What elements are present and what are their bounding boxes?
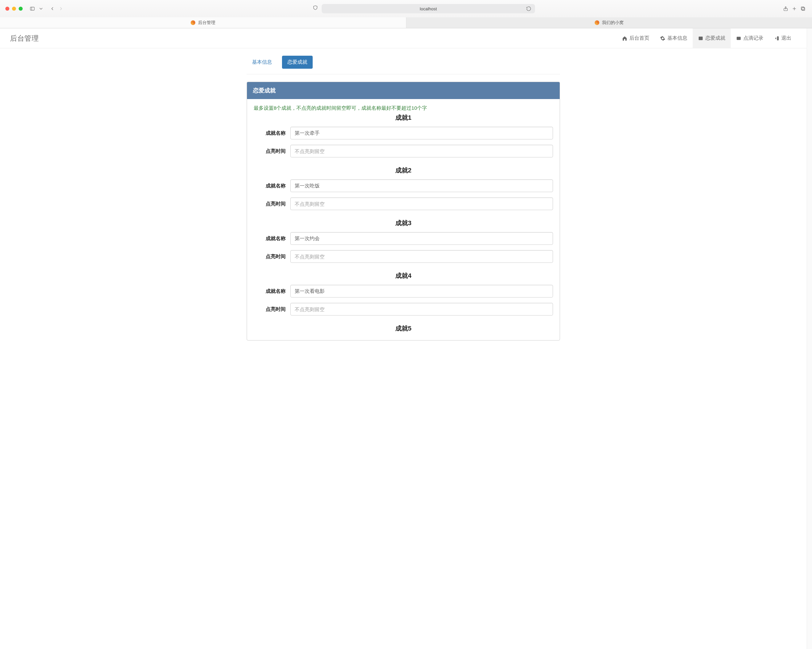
nav-label: 点滴记录 <box>743 35 763 41</box>
label-name: 成就名称 <box>254 236 290 242</box>
scrollbar[interactable] <box>807 28 812 649</box>
subtab-bar: 基本信息 恋爱成就 <box>247 56 560 74</box>
input-achievement-name[interactable] <box>290 232 553 245</box>
nav-links: 后台首页 基本信息 恋爱成就 点滴记录 退出 <box>617 28 797 48</box>
address-text: localhost <box>420 6 437 11</box>
subtab-label: 基本信息 <box>252 59 272 65</box>
favicon-icon <box>595 20 599 25</box>
label-name: 成就名称 <box>254 130 290 136</box>
tab-overview-icon[interactable] <box>799 5 807 12</box>
label-time: 点亮时间 <box>254 148 290 155</box>
window-controls <box>5 7 23 11</box>
window-maximize-button[interactable] <box>19 7 23 11</box>
svg-rect-0 <box>31 7 34 10</box>
gear-icon <box>660 36 665 41</box>
nav-love-achievements[interactable]: 恋爱成就 <box>693 28 731 48</box>
home-icon <box>622 36 627 41</box>
achievement-title: 成就4 <box>254 271 553 280</box>
panel-heading: 恋爱成就 <box>247 82 560 99</box>
browser-tab-ourhome[interactable]: 我们的小窝 <box>406 17 812 28</box>
input-achievement-name[interactable] <box>290 179 553 192</box>
browser-tab-label: 后台管理 <box>198 20 215 26</box>
new-tab-icon[interactable] <box>791 5 798 12</box>
app-navbar: 后台管理 后台首页 基本信息 恋爱成就 点滴记录 退出 <box>0 28 807 48</box>
achievement-title: 成就1 <box>254 113 553 122</box>
privacy-shield-icon[interactable] <box>312 4 319 11</box>
subtab-love-achievements[interactable]: 恋爱成就 <box>282 56 313 69</box>
input-achievement-time[interactable] <box>290 303 553 315</box>
nav-label: 恋爱成就 <box>705 35 725 41</box>
nav-logout[interactable]: 退出 <box>769 28 797 48</box>
share-icon[interactable] <box>782 5 789 12</box>
browser-tab-label: 我们的小窝 <box>602 20 624 26</box>
input-achievement-name[interactable] <box>290 285 553 297</box>
nav-label: 基本信息 <box>667 35 687 41</box>
sidebar-toggle-icon[interactable] <box>29 5 36 12</box>
svg-point-11 <box>738 37 738 38</box>
back-button[interactable] <box>49 5 56 12</box>
label-name: 成就名称 <box>254 183 290 189</box>
achievement-title: 成就3 <box>254 219 553 227</box>
achievement-title: 成就5 <box>254 324 553 333</box>
achievement-block: 成就1 成就名称 点亮时间 <box>254 113 553 158</box>
subtab-label: 恋爱成就 <box>287 59 307 65</box>
page-content: 后台管理 后台首页 基本信息 恋爱成就 点滴记录 退出 <box>0 28 807 649</box>
svg-rect-5 <box>802 8 805 11</box>
achievement-block: 成就2 成就名称 点亮时间 <box>254 166 553 210</box>
browser-tab-admin[interactable]: 后台管理 <box>0 17 406 28</box>
app-brand: 后台管理 <box>10 34 39 43</box>
window-close-button[interactable] <box>5 7 9 11</box>
panel-love-achievements: 恋爱成就 最多设置8个成就，不点亮的成就时间留空即可，成就名称最好不要超过10个… <box>247 82 560 340</box>
input-achievement-name[interactable] <box>290 127 553 139</box>
favicon-icon <box>191 20 195 25</box>
input-achievement-time[interactable] <box>290 250 553 263</box>
browser-chrome: localhost 后台管理 我们的小窝 <box>0 0 812 28</box>
logout-icon <box>774 36 779 41</box>
label-time: 点亮时间 <box>254 254 290 260</box>
subtab-basic-info[interactable]: 基本信息 <box>247 56 277 69</box>
achievement-block: 成就4 成就名称 点亮时间 <box>254 271 553 315</box>
achievement-block: 成就3 成就名称 点亮时间 <box>254 219 553 263</box>
nav-moments-log[interactable]: 点滴记录 <box>731 28 769 48</box>
chevron-down-icon[interactable] <box>37 5 45 12</box>
window-minimize-button[interactable] <box>12 7 16 11</box>
panel-hint: 最多设置8个成就，不点亮的成就时间留空即可，成就名称最好不要超过10个字 <box>254 105 553 112</box>
input-achievement-time[interactable] <box>290 197 553 210</box>
nav-basic-info[interactable]: 基本信息 <box>655 28 693 48</box>
nav-home[interactable]: 后台首页 <box>617 28 655 48</box>
browser-toolbar: localhost <box>0 0 812 17</box>
input-achievement-time[interactable] <box>290 145 553 158</box>
label-name: 成就名称 <box>254 288 290 294</box>
nav-label: 后台首页 <box>629 35 649 41</box>
address-bar[interactable]: localhost <box>322 4 535 13</box>
achievement-block: 成就5 <box>254 324 553 333</box>
reload-icon[interactable] <box>525 5 532 12</box>
achievement-title: 成就2 <box>254 166 553 175</box>
nav-label: 退出 <box>781 35 791 41</box>
browser-tab-strip: 后台管理 我们的小窝 <box>0 17 812 28</box>
label-time: 点亮时间 <box>254 201 290 207</box>
label-time: 点亮时间 <box>254 306 290 312</box>
image-icon <box>736 36 741 41</box>
forward-button[interactable] <box>57 5 65 12</box>
list-icon <box>698 36 703 41</box>
svg-rect-6 <box>801 7 804 10</box>
